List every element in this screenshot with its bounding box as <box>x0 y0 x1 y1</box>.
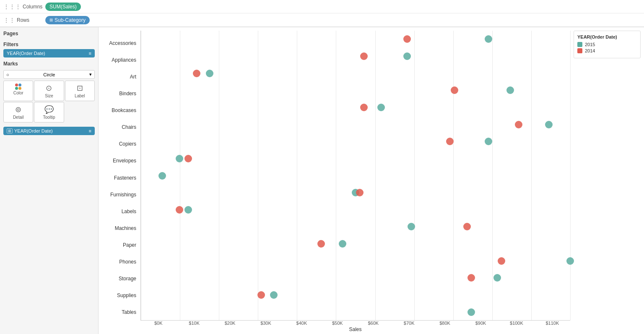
data-point[interactable] <box>360 52 368 60</box>
label-icon: ⊡ <box>77 84 83 93</box>
x-axis-label: $60K <box>356 321 391 326</box>
y-axis-label: Fasteners <box>99 170 140 186</box>
label-btn[interactable]: ⊡ Label <box>65 81 95 101</box>
data-point[interactable] <box>485 138 492 145</box>
legend-swatch-2015 <box>577 42 582 47</box>
data-point[interactable] <box>158 172 166 180</box>
grid-line <box>492 31 493 320</box>
data-point[interactable] <box>467 274 475 282</box>
columns-pill[interactable]: SUM(Sales) <box>45 3 81 11</box>
grid-line <box>453 31 454 320</box>
grid-line <box>219 31 219 320</box>
data-point[interactable] <box>339 240 346 248</box>
data-point[interactable] <box>403 52 411 60</box>
color-btn[interactable]: Color <box>3 81 33 101</box>
data-point[interactable] <box>515 121 522 128</box>
x-axis: $0K$10K$20K$30K$40K$50K$60K$70K$80K$90K$… <box>99 321 570 326</box>
data-point[interactable] <box>498 257 505 265</box>
legend-box: YEAR(Order Date) 2015 2014 <box>574 31 641 58</box>
grid-line <box>531 31 532 320</box>
data-point[interactable] <box>493 274 501 282</box>
data-point[interactable] <box>176 155 183 162</box>
x-axis-label: $20K <box>212 321 248 326</box>
columns-icon: ⋮⋮⋮ <box>3 3 21 10</box>
chart-inner: AccessoriesAppliancesArtBindersBookcases… <box>99 27 570 334</box>
x-axis-label: $110K <box>535 321 570 326</box>
y-axis-label: Phones <box>99 253 140 270</box>
marks-section: Marks ○ Circle ▾ Color ⊙ <box>3 61 95 135</box>
x-axis-label: $80K <box>427 321 462 326</box>
mark-type-dropdown[interactable]: ○ Circle ▾ <box>3 70 95 79</box>
y-axis-label: Supplies <box>99 287 140 304</box>
tooltip-btn[interactable]: 💬 Tooltip <box>34 102 64 123</box>
x-axis-label: $30K <box>248 321 283 326</box>
filters-title: Filters <box>3 42 95 47</box>
chart-area: AccessoriesAppliancesArtBindersBookcases… <box>99 27 644 334</box>
y-axis-label: Storage <box>99 270 140 287</box>
data-point[interactable] <box>193 70 200 77</box>
y-axis-label: Chairs <box>99 119 140 136</box>
filters-section: Filters YEAR(Order Date) ≡ <box>3 42 95 57</box>
data-point[interactable] <box>317 240 325 248</box>
y-axis-label: Paper <box>99 237 140 253</box>
x-axis-title: Sales <box>99 326 570 334</box>
data-point[interactable] <box>360 104 368 111</box>
main-area: Pages Filters YEAR(Order Date) ≡ Marks ○… <box>0 27 644 334</box>
data-point[interactable] <box>176 206 183 214</box>
data-point[interactable] <box>356 189 364 196</box>
y-axis-label: Binders <box>99 85 140 102</box>
detail-btn[interactable]: ⊚ Detail <box>3 102 33 123</box>
grid-line <box>414 31 415 320</box>
year-pill-menu-icon: ≡ <box>89 128 91 133</box>
data-point[interactable] <box>451 86 458 94</box>
y-axis-label: Appliances <box>99 52 140 68</box>
data-point[interactable] <box>506 86 514 94</box>
detail-icon: ⊚ <box>15 105 21 114</box>
pages-title: Pages <box>3 31 95 37</box>
rows-pill-icon: ⊞ <box>49 18 53 22</box>
grid-line <box>180 31 180 320</box>
grid-line <box>375 31 376 320</box>
y-axis-label: Accessories <box>99 35 140 52</box>
data-point[interactable] <box>463 223 471 230</box>
chart-plot <box>140 31 570 321</box>
legend-item-2014: 2014 <box>577 48 637 53</box>
y-axis-labels: AccessoriesAppliancesArtBindersBookcases… <box>99 31 140 321</box>
y-axis-label: Bookcases <box>99 102 140 119</box>
rows-pill[interactable]: ⊞ Sub-Category <box>45 16 90 24</box>
filter-year[interactable]: YEAR(Order Date) ≡ <box>3 49 95 57</box>
legend-label-2015: 2015 <box>585 42 595 47</box>
size-icon: ⊙ <box>46 84 52 93</box>
size-btn[interactable]: ⊙ Size <box>34 81 64 101</box>
data-point[interactable] <box>270 291 278 299</box>
chevron-down-icon: ▾ <box>89 72 92 77</box>
year-order-date-pill[interactable]: ⊞ YEAR(Order Date) ≡ <box>3 127 95 135</box>
legend-item-2015: 2015 <box>577 42 637 47</box>
grid-line <box>570 31 571 320</box>
data-point[interactable] <box>485 35 492 43</box>
data-point[interactable] <box>408 223 415 230</box>
x-axis-label: $40K <box>284 321 319 326</box>
top-bar: ⋮⋮⋮ Columns SUM(Sales) ⋮⋮ Rows ⊞ Sub-Cat… <box>0 0 644 27</box>
rows-label: ⋮⋮ Rows <box>3 17 45 23</box>
circle-icon: ○ <box>6 72 9 77</box>
data-point[interactable] <box>184 155 192 162</box>
data-point[interactable] <box>257 291 265 299</box>
year-pill-type-icon: ⊞ <box>7 128 13 133</box>
rows-shelf: ⋮⋮ Rows ⊞ Sub-Category <box>0 13 644 27</box>
data-point[interactable] <box>377 104 385 111</box>
marks-title: Marks <box>3 61 95 67</box>
data-point[interactable] <box>184 206 192 214</box>
data-point[interactable] <box>403 35 411 43</box>
sidebar: Pages Filters YEAR(Order Date) ≡ Marks ○… <box>0 27 99 334</box>
x-axis-label: $100K <box>499 321 534 326</box>
tooltip-icon: 💬 <box>44 105 54 114</box>
columns-shelf: ⋮⋮⋮ Columns SUM(Sales) <box>0 0 644 13</box>
data-point[interactable] <box>206 70 213 77</box>
marks-grid: Color ⊙ Size ⊡ Label ⊚ Detail 💬 Tooltip <box>3 81 95 123</box>
data-point[interactable] <box>446 138 454 145</box>
data-point[interactable] <box>566 257 574 265</box>
pages-section: Pages <box>3 31 95 38</box>
data-point[interactable] <box>467 308 475 316</box>
data-point[interactable] <box>545 121 553 128</box>
